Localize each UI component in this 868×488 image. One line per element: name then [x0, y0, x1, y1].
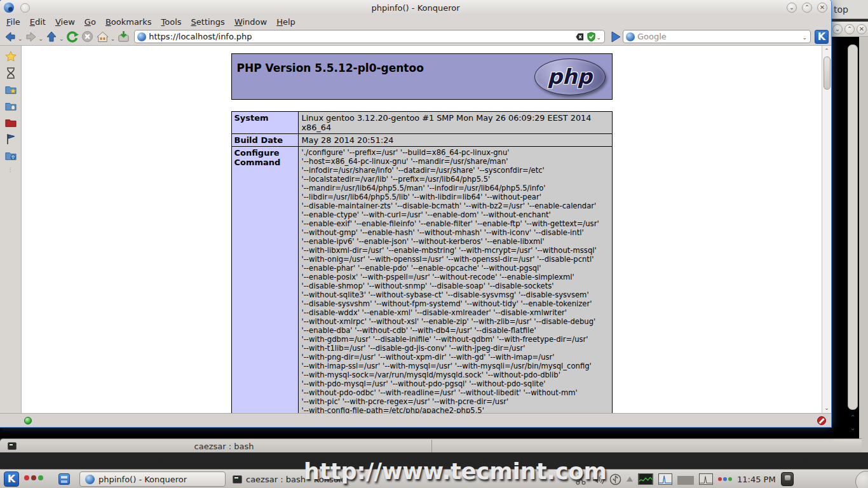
configure-command-lines: './configure' '--prefix=/usr' '--build=x…: [298, 147, 612, 414]
reload-icon: [66, 30, 79, 43]
widget-block-icon[interactable]: [677, 473, 694, 485]
row-label: Build Date: [231, 134, 298, 147]
scrollbar-thumb[interactable]: [824, 57, 831, 90]
table-row: Configure Command './configure' '--prefi…: [231, 147, 612, 414]
tray-expander-icon[interactable]: [627, 477, 633, 482]
search-dropdown[interactable]: ⌄: [802, 33, 808, 41]
back-icon: [4, 30, 17, 43]
phpinfo-page: PHP Version 5.5.12-pl0-gentoo php System…: [231, 53, 613, 413]
close-window-button[interactable]: ✕: [817, 3, 827, 13]
scroll-down-icon[interactable]: ⌄: [848, 423, 858, 433]
konsole-tab[interactable]: caezsar : bash: [3, 440, 432, 452]
sticky-window-button[interactable]: [20, 3, 30, 13]
search-bar[interactable]: ⌄: [623, 30, 811, 43]
save-page-button[interactable]: [116, 29, 132, 44]
configure-command-line: '--enable-dba' '--without-cdb' '--with-d…: [302, 326, 609, 335]
stop-button[interactable]: [80, 29, 95, 44]
menu-help[interactable]: Help: [276, 17, 295, 27]
configure-command-line: '--infodir=/usr/share/info' '--datadir=/…: [302, 166, 609, 175]
reload-button[interactable]: [65, 29, 80, 44]
clock[interactable]: 11:45 PM: [737, 475, 776, 484]
background-window-fragment[interactable]: top: [825, 0, 868, 19]
root-folder-icon[interactable]: [5, 117, 17, 128]
scroll-up-icon[interactable]: ⌃: [848, 413, 858, 423]
bookmarks-star-icon[interactable]: [5, 51, 17, 62]
menu-window[interactable]: Window: [234, 17, 267, 27]
konsole-scrollbar[interactable]: [848, 44, 858, 410]
configure-command-line: '--disable-sysvshm' '--without-fpm-syste…: [302, 299, 609, 308]
desktop-pager[interactable]: [58, 473, 70, 485]
close-window-button[interactable]: ✕: [857, 24, 867, 34]
configure-command-line: '--mandir=/usr/lib64/php5.5/man' '--info…: [302, 184, 609, 193]
history-hourglass-icon[interactable]: [5, 67, 17, 79]
scroll-down-icon[interactable]: ⌄: [824, 405, 829, 413]
menu-edit[interactable]: Edit: [30, 17, 46, 27]
menu-bookmarks[interactable]: Bookmarks: [105, 17, 152, 27]
address-bar[interactable]: ⌄: [134, 30, 605, 43]
menu-view[interactable]: View: [55, 17, 75, 27]
address-input[interactable]: [146, 32, 573, 41]
kde-throbber-icon: K: [815, 30, 829, 44]
sidebar-resize-handle[interactable]: ⋮: [8, 169, 13, 172]
network-folder-icon[interactable]: [5, 150, 17, 161]
security-shield-icon[interactable]: [587, 32, 596, 42]
system-monitor-widget[interactable]: [638, 473, 653, 485]
home-folder-icon[interactable]: [5, 100, 17, 112]
go-button[interactable]: [609, 29, 623, 44]
configure-command-line: '--disable-maintainer-zts' '--disable-bc…: [302, 201, 609, 210]
clear-address-icon[interactable]: [573, 32, 584, 41]
back-history-dropdown[interactable]: ⌄: [18, 32, 24, 42]
menu-file[interactable]: File: [6, 17, 20, 27]
launcher-dots-icon[interactable]: [24, 475, 43, 480]
services-flag-icon[interactable]: [5, 133, 17, 145]
scroll-up-icon[interactable]: ⌃: [824, 46, 829, 54]
menu-settings[interactable]: Settings: [191, 17, 225, 27]
kmenu-launcher-button[interactable]: K: [4, 471, 19, 487]
search-input[interactable]: [635, 32, 802, 41]
row-label: System: [231, 112, 298, 134]
menu-tools[interactable]: Tools: [161, 17, 182, 27]
status-dots-icon: [718, 477, 732, 481]
shade-window-button[interactable]: ⌄: [787, 3, 797, 13]
up-button[interactable]: [44, 29, 59, 44]
php-version-title: PHP Version 5.5.12-pl0-gentoo: [237, 62, 424, 74]
configure-command-line: '--localstatedir=/var/lib' '--prefix=/us…: [302, 175, 609, 184]
desktop: top ⌄ ⌃ ✕ ⌃ ⌄ caezsar : bash phpinfo() -…: [0, 0, 868, 488]
navigation-sidebar: ⋮: [0, 46, 22, 413]
bookmark-folder-icon[interactable]: [5, 84, 17, 95]
configure-command-line: '--host=x86_64-pc-linux-gnu' '--mandir=/…: [302, 157, 609, 166]
menu-go[interactable]: Go: [85, 17, 96, 27]
address-dropdown[interactable]: ⌄: [596, 33, 602, 41]
save-icon: [117, 30, 130, 43]
home-button[interactable]: [95, 29, 111, 44]
up-dropdown[interactable]: ⌄: [59, 32, 65, 42]
cpu-graph-widget[interactable]: [658, 473, 672, 485]
forward-button[interactable]: [24, 29, 39, 44]
back-button[interactable]: [3, 29, 18, 44]
maximize-window-button[interactable]: ⌃: [802, 3, 812, 13]
background-window-title: top: [834, 4, 848, 15]
phpinfo-header: PHP Version 5.5.12-pl0-gentoo php: [231, 53, 613, 100]
terminal-icon: [233, 475, 242, 484]
adblock-icon[interactable]: [817, 416, 826, 425]
configure-command-line: '--libdir=/usr/lib64/php5.5/lib' '--with…: [302, 193, 609, 201]
device-icon[interactable]: [781, 472, 794, 486]
memory-graph-widget[interactable]: [699, 473, 713, 485]
titlebar[interactable]: phpinfo() - Konqueror ⌄ ⌃ ✕: [0, 0, 831, 15]
configure-command-line: '--with-imap-ssl=/usr' '--with-mysql=/us…: [302, 362, 609, 370]
konqueror-icon[interactable]: [4, 3, 14, 13]
home-dropdown[interactable]: ⌄: [111, 32, 116, 42]
panel-cashew-icon[interactable]: [855, 471, 868, 488]
shade-window-button[interactable]: ⌄: [832, 24, 843, 34]
forward-history-dropdown[interactable]: ⌄: [39, 32, 44, 42]
configure-command-line: '--with-libxml-dir=/usr' '--enable-mbstr…: [302, 246, 609, 255]
terminal-icon: [8, 442, 17, 450]
taskbar-item-konqueror[interactable]: phpinfo() - Konqueror: [79, 471, 226, 487]
page-scrollbar[interactable]: ⌃ ⌄: [822, 46, 831, 413]
device-notifier-icon[interactable]: [609, 473, 621, 485]
status-led-icon: [24, 417, 32, 424]
search-engine-icon[interactable]: [626, 32, 635, 41]
maximize-window-button[interactable]: ⌃: [844, 24, 855, 34]
configure-command-line: './configure' '--prefix=/usr' '--build=x…: [302, 148, 609, 157]
konsole-scrollbar-buttons[interactable]: ⌃ ⌄: [848, 413, 858, 436]
